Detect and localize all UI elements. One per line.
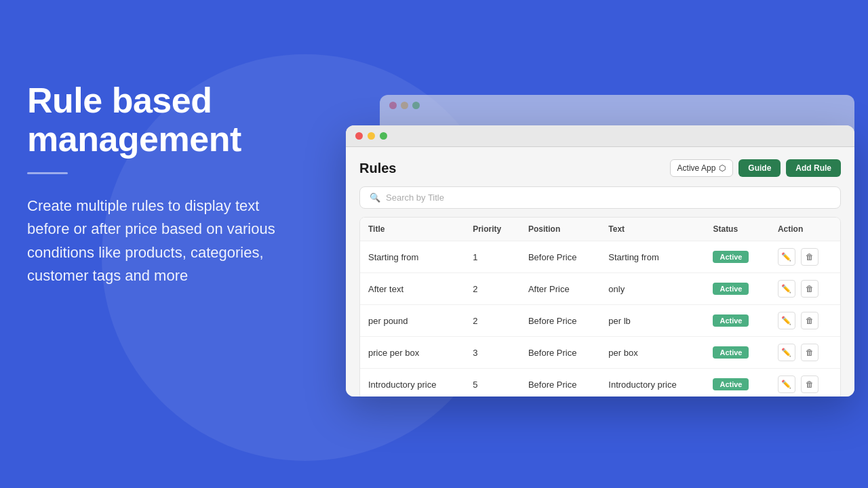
shadow-dot-red xyxy=(389,102,397,109)
rules-table-container: Title Priority Position Text Status Acti… xyxy=(359,217,841,396)
heading-divider xyxy=(27,172,68,174)
window-body: Rules Active App ⬡ Guide Add Rule 🔍 Sear… xyxy=(346,147,854,396)
cell-position: Before Price xyxy=(520,369,600,397)
shadow-dot-green xyxy=(412,102,420,109)
search-icon: 🔍 xyxy=(370,192,380,203)
delete-button[interactable]: 🗑 xyxy=(801,375,818,393)
edit-button[interactable]: ✏️ xyxy=(778,312,795,329)
main-heading: Rule based management xyxy=(27,81,298,159)
action-icons: ✏️🗑 xyxy=(778,280,832,298)
header-actions: Active App ⬡ Guide Add Rule xyxy=(670,159,841,177)
cell-priority: 2 xyxy=(465,305,520,337)
guide-button[interactable]: Guide xyxy=(738,159,781,177)
search-bar[interactable]: 🔍 Search by Title xyxy=(359,186,841,209)
status-badge: Active xyxy=(713,314,749,327)
add-rule-button[interactable]: Add Rule xyxy=(786,159,841,177)
dot-red xyxy=(355,132,363,140)
action-icons: ✏️🗑 xyxy=(778,248,832,266)
action-icons: ✏️🗑 xyxy=(778,312,832,329)
col-action: Action xyxy=(770,218,840,241)
search-placeholder: Search by Title xyxy=(386,192,444,203)
col-title: Title xyxy=(360,218,465,241)
status-badge: Active xyxy=(713,346,749,359)
delete-button[interactable]: 🗑 xyxy=(801,280,818,298)
action-icons: ✏️🗑 xyxy=(778,375,832,393)
cell-text: Introductory price xyxy=(600,369,705,397)
cell-action: ✏️🗑 xyxy=(770,305,840,337)
cell-status: Active xyxy=(705,241,769,273)
edit-button[interactable]: ✏️ xyxy=(778,280,795,298)
status-badge: Active xyxy=(713,251,749,263)
delete-button[interactable]: 🗑 xyxy=(801,248,818,266)
cell-title: Introductory price xyxy=(360,369,465,397)
left-panel: Rule based management Create multiple ru… xyxy=(0,0,326,488)
cell-title: per pound xyxy=(360,305,465,337)
cell-text: per lb xyxy=(600,305,705,337)
window-titlebar xyxy=(346,125,854,147)
main-window: Rules Active App ⬡ Guide Add Rule 🔍 Sear… xyxy=(346,125,854,396)
window-header: Rules Active App ⬡ Guide Add Rule xyxy=(359,159,841,177)
cell-position: After Price xyxy=(520,273,600,305)
table-row: After text2After PriceonlyActive✏️🗑 xyxy=(360,273,840,305)
shadow-dot-yellow xyxy=(401,102,408,109)
cell-priority: 2 xyxy=(465,273,520,305)
cell-text: per box xyxy=(600,337,705,369)
description-text: Create multiple rules to display text be… xyxy=(27,195,298,287)
edit-button[interactable]: ✏️ xyxy=(778,375,795,393)
cell-title: price per box xyxy=(360,337,465,369)
cell-position: Before Price xyxy=(520,305,600,337)
cell-text: only xyxy=(600,273,705,305)
table-body: Starting from1Before PriceStarting fromA… xyxy=(360,241,840,397)
delete-button[interactable]: 🗑 xyxy=(801,312,818,329)
action-icons: ✏️🗑 xyxy=(778,344,832,361)
status-badge: Active xyxy=(713,283,749,295)
table-row: per pound2Before Priceper lbActive✏️🗑 xyxy=(360,305,840,337)
cell-priority: 3 xyxy=(465,337,520,369)
cell-priority: 1 xyxy=(465,241,520,273)
shadow-titlebar xyxy=(380,95,854,116)
cell-title: After text xyxy=(360,273,465,305)
cell-text: Starting from xyxy=(600,241,705,273)
cell-title: Starting from xyxy=(360,241,465,273)
col-status: Status xyxy=(705,218,769,241)
edit-button[interactable]: ✏️ xyxy=(778,248,795,266)
active-app-select[interactable]: Active App ⬡ xyxy=(670,159,734,177)
cell-status: Active xyxy=(705,337,769,369)
edit-button[interactable]: ✏️ xyxy=(778,344,795,361)
table-row: Introductory price5Before PriceIntroduct… xyxy=(360,369,840,397)
table-row: price per box3Before Priceper boxActive✏… xyxy=(360,337,840,369)
cell-priority: 5 xyxy=(465,369,520,397)
page-title: Rules xyxy=(359,161,396,176)
cell-position: Before Price xyxy=(520,337,600,369)
table-header-row: Title Priority Position Text Status Acti… xyxy=(360,218,840,241)
dot-yellow xyxy=(368,132,375,140)
cell-action: ✏️🗑 xyxy=(770,273,840,305)
rules-table: Title Priority Position Text Status Acti… xyxy=(360,218,840,396)
col-priority: Priority xyxy=(465,218,520,241)
cell-status: Active xyxy=(705,305,769,337)
delete-button[interactable]: 🗑 xyxy=(801,344,818,361)
cell-status: Active xyxy=(705,273,769,305)
cell-action: ✏️🗑 xyxy=(770,369,840,397)
col-text: Text xyxy=(600,218,705,241)
cell-action: ✏️🗑 xyxy=(770,337,840,369)
cell-position: Before Price xyxy=(520,241,600,273)
cell-action: ✏️🗑 xyxy=(770,241,840,273)
dot-green xyxy=(380,132,387,140)
col-position: Position xyxy=(520,218,600,241)
cell-status: Active xyxy=(705,369,769,397)
table-header: Title Priority Position Text Status Acti… xyxy=(360,218,840,241)
status-badge: Active xyxy=(713,378,749,390)
table-row: Starting from1Before PriceStarting fromA… xyxy=(360,241,840,273)
